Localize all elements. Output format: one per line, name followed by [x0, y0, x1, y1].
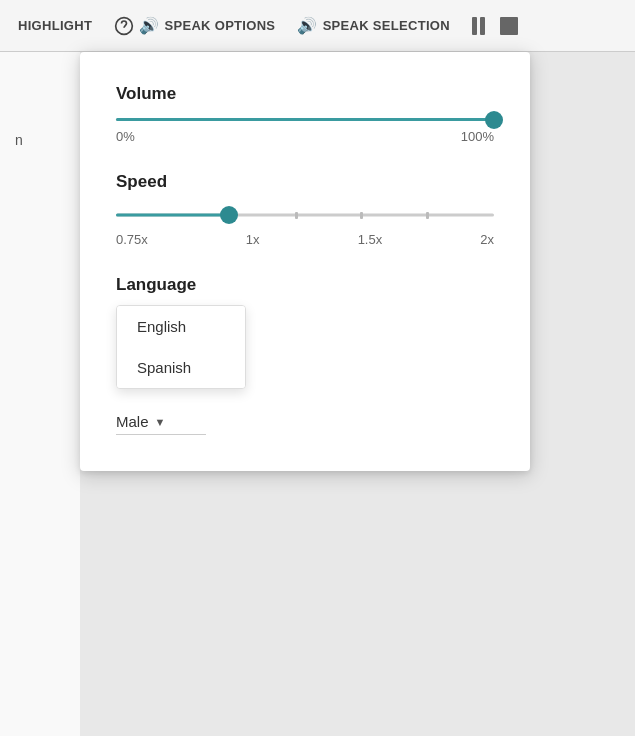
speak-options-icon	[114, 16, 134, 36]
volume-min-label: 0%	[116, 129, 135, 144]
language-dropdown-container: English Spanish	[116, 305, 246, 389]
speak-options-icon-char: 🔊	[139, 16, 159, 35]
language-dropdown-menu: English Spanish	[116, 305, 246, 389]
voice-select[interactable]: Male ▼	[116, 413, 206, 435]
volume-thumb[interactable]	[485, 111, 503, 129]
language-option-spanish[interactable]: Spanish	[117, 347, 245, 388]
volume-label: Volume	[116, 84, 494, 104]
stop-button[interactable]	[500, 17, 518, 35]
speed-label-1: 1x	[246, 232, 260, 247]
speak-options-button[interactable]: 🔊 SPEAK OPTIONS	[106, 10, 283, 42]
volume-track-bg	[116, 118, 494, 121]
volume-slider-container	[116, 118, 494, 121]
speak-selection-button[interactable]: 🔊 SPEAK SELECTION	[289, 10, 458, 41]
speed-thumb[interactable]	[220, 206, 238, 224]
language-label: Language	[116, 275, 494, 295]
volume-section: Volume 0% 100%	[116, 84, 494, 144]
voice-select-text: Male	[116, 413, 149, 430]
speed-section: Speed 0.75x 1x 1.5x 2x	[116, 172, 494, 247]
speed-label-075: 0.75x	[116, 232, 148, 247]
speed-labels: 0.75x 1x 1.5x 2x	[116, 232, 494, 247]
speed-slider-container	[116, 206, 494, 224]
page-text: n	[15, 132, 23, 148]
speed-label-2: 2x	[480, 232, 494, 247]
chevron-down-icon: ▼	[155, 416, 166, 428]
speak-options-popup: Volume 0% 100% Speed	[80, 52, 530, 471]
language-section: Language English Spanish	[116, 275, 494, 393]
volume-fill	[116, 118, 494, 121]
speed-track-wrapper	[116, 206, 494, 224]
speak-selection-label: SPEAK SELECTION	[323, 18, 450, 33]
pause-button[interactable]	[472, 15, 490, 37]
volume-labels: 0% 100%	[116, 129, 494, 144]
speed-label-15: 1.5x	[358, 232, 383, 247]
page-background: n	[0, 52, 80, 736]
toolbar: HIGHLIGHT 🔊 SPEAK OPTIONS 🔊 SPEAK SELECT…	[0, 0, 635, 52]
speak-selection-icon-char: 🔊	[297, 16, 317, 35]
volume-max-label: 100%	[461, 129, 494, 144]
speed-label: Speed	[116, 172, 494, 192]
highlight-button[interactable]: HIGHLIGHT	[10, 12, 100, 39]
voice-section: Male ▼	[116, 413, 494, 435]
speak-options-label: SPEAK OPTIONS	[165, 18, 276, 33]
language-option-english[interactable]: English	[117, 306, 245, 347]
speed-fill	[116, 214, 229, 217]
